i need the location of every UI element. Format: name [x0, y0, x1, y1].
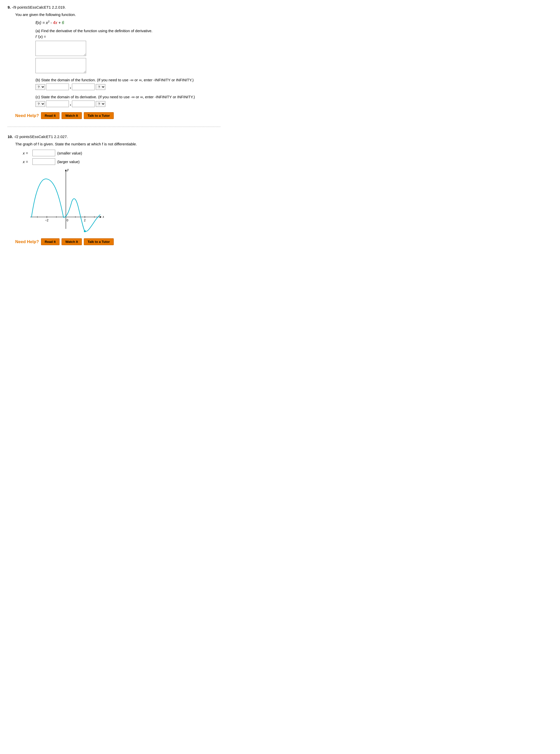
q9-number: 9.	[7, 5, 11, 9]
q9-intro: You are given the following function.	[15, 13, 220, 17]
y-axis-label: y	[67, 168, 69, 171]
q9-part-b: (b) State the domain of the function. (I…	[36, 78, 220, 90]
q9-bracket-c-right[interactable]: ? ) ]	[96, 101, 105, 107]
q10-intro: The graph of f is given. State the numbe…	[15, 142, 220, 146]
q9-part-c: (c) State the domain of its derivative. …	[36, 95, 220, 107]
q9-fprime-label: f '(x) =	[36, 35, 46, 39]
graph-dot-trough	[84, 230, 86, 232]
q9-read-it-button[interactable]: Read It	[41, 112, 60, 119]
q9-comma-c: ,	[70, 102, 71, 106]
q9-answer-box-1[interactable]	[36, 41, 86, 56]
q10-header: 10. -/2 pointsSEssCalcET1 2.2.027.	[7, 135, 220, 139]
q9-domain-c-right-val[interactable]	[72, 101, 95, 107]
q9-domain-b-left-val[interactable]	[46, 84, 69, 90]
q10-larger-input[interactable]	[33, 158, 55, 165]
q10-points: -/2 pointsSEssCalcET1 2.2.027.	[14, 135, 68, 139]
x-axis-arrow	[100, 216, 102, 218]
q10-body: The graph of f is given. State the numbe…	[15, 142, 220, 245]
q10-number: 10.	[7, 135, 13, 139]
q9-fprime-label-row: f '(x) =	[36, 35, 220, 39]
q9-function: f(x) = x3 - 4x + 6	[36, 20, 220, 25]
q9-part-a-label: (a) Find the derivative of the function …	[36, 28, 220, 33]
q9-need-help-row: Need Help? Read It Watch It Talk to a Tu…	[15, 112, 220, 119]
y-axis-arrow	[65, 169, 67, 171]
q10-graph: x y −2 2 0	[28, 167, 104, 233]
q10-smaller-input[interactable]	[33, 150, 55, 156]
q9-points: -/9 pointsSEssCalcET1 2.2.019.	[12, 5, 66, 9]
q10-larger-row: x = (larger value)	[23, 158, 220, 165]
q10-tutor-button[interactable]: Talk to a Tutor	[84, 238, 114, 245]
q9-part-b-label: (b) State the domain of the function. (I…	[36, 78, 220, 82]
q9-coeff-red: 4x	[53, 21, 57, 25]
q10-larger-hint: (larger value)	[57, 160, 80, 164]
question-10: 10. -/2 pointsSEssCalcET1 2.2.027. The g…	[7, 135, 220, 245]
q10-inputs: x = (smaller value) x = (larger value)	[23, 150, 220, 165]
q9-domain-b-row: ? ( [ , ? ) ]	[36, 84, 220, 90]
q9-plus: +	[59, 21, 62, 25]
q10-larger-label: x =	[23, 160, 31, 164]
q9-exponent: 3	[48, 20, 49, 23]
q9-part-c-label: (c) State the domain of its derivative. …	[36, 95, 220, 99]
label-pos2: 2	[84, 219, 86, 222]
q9-domain-c-row: ? ( [ , ? ) ]	[36, 101, 220, 107]
q9-part-a: (a) Find the derivative of the function …	[36, 28, 220, 73]
q9-const-green: 6	[62, 21, 64, 25]
label-zero: 0	[67, 219, 68, 222]
q9-need-help-label: Need Help?	[15, 113, 39, 118]
q9-tutor-button[interactable]: Talk to a Tutor	[84, 112, 114, 119]
x-axis-label: x	[102, 215, 104, 219]
q9-body: You are given the following function. f(…	[15, 13, 220, 119]
q10-need-help-row: Need Help? Read It Watch It Talk to a Tu…	[15, 238, 220, 245]
q10-smaller-row: x = (smaller value)	[23, 150, 220, 156]
question-9: 9. -/9 pointsSEssCalcET1 2.2.019. You ar…	[7, 5, 220, 119]
q10-need-help-label: Need Help?	[15, 239, 39, 244]
q9-bracket-b-left[interactable]: ? ( [	[36, 84, 45, 90]
graph-right-curve	[64, 199, 100, 231]
q9-minus: -	[51, 21, 53, 25]
q9-domain-b-right-val[interactable]	[72, 84, 95, 90]
q9-comma-b: ,	[70, 85, 71, 89]
q10-read-it-button[interactable]: Read It	[41, 238, 60, 245]
q9-header: 9. -/9 pointsSEssCalcET1 2.2.019.	[7, 5, 220, 9]
q9-bracket-c-left[interactable]: ? ( [	[36, 101, 45, 107]
q9-answer-box-2[interactable]	[36, 58, 86, 73]
q10-watch-it-button[interactable]: Watch It	[62, 238, 82, 245]
graph-left-arch	[32, 179, 64, 217]
q9-domain-c-left-val[interactable]	[46, 101, 69, 107]
q10-smaller-label: x =	[23, 151, 31, 155]
q9-watch-it-button[interactable]: Watch It	[62, 112, 82, 119]
q9-bracket-b-right[interactable]: ? ) ]	[96, 84, 105, 90]
label-neg2: −2	[45, 219, 48, 222]
q10-graph-container: x y −2 2 0	[28, 167, 220, 233]
q10-smaller-hint: (smaller value)	[57, 151, 82, 155]
